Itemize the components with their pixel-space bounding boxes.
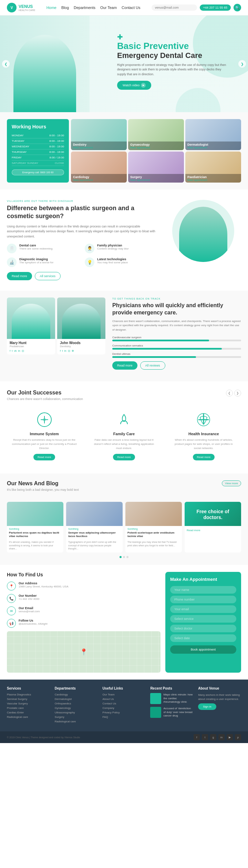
- nav-departments[interactable]: Departments: [74, 6, 95, 10]
- service-paediatrician[interactable]: Paediatrician Make appointment: [185, 152, 241, 183]
- john-instagram[interactable]: in: [64, 349, 66, 352]
- hero-prev-button[interactable]: ❮: [2, 60, 10, 68]
- team-all-reviews-button[interactable]: All reviews: [140, 361, 165, 370]
- pagination-dot-3[interactable]: [126, 556, 128, 558]
- share-icon: 📢: [7, 619, 16, 628]
- successes-prev[interactable]: ❮: [226, 390, 233, 397]
- phone-icon: 📞: [7, 594, 16, 603]
- john-twitter[interactable]: t: [62, 349, 63, 352]
- team-header: Mary Hunt Pediatrician f t vk in ◎: [7, 298, 241, 370]
- footer-link-gynaecology[interactable]: Gynaecology: [55, 706, 98, 710]
- mary-name: Mary Hunt: [10, 341, 52, 345]
- immune-read-more[interactable]: Read more: [33, 454, 55, 460]
- blog-view-more[interactable]: View more: [222, 480, 241, 486]
- footer-link-cardiac[interactable]: Cardiac-Enter: [7, 711, 50, 714]
- service-cardiology[interactable]: Cardiology Make appointment: [71, 152, 127, 183]
- post-title-2: Accused of 'dereliction of duty' over ne…: [163, 707, 193, 718]
- social-facebook[interactable]: f: [194, 734, 200, 740]
- all-services-button[interactable]: All services: [35, 272, 61, 280]
- watch-video-button[interactable]: Watch video ▶: [117, 81, 151, 90]
- appt-service-select[interactable]: [170, 615, 236, 623]
- nav-contact[interactable]: Contact Us: [122, 6, 140, 10]
- blog-img-2: [66, 502, 123, 526]
- find-address-text: Our Address 1989 Larry Street, Kentucky …: [19, 582, 69, 588]
- family-read-more[interactable]: Read more: [113, 454, 135, 460]
- pagination-dot-2[interactable]: [123, 556, 125, 558]
- nav-home[interactable]: Home: [46, 6, 56, 10]
- book-appointment-button[interactable]: Book appointment: [170, 645, 236, 654]
- team-title: Physicians who will quickly and efficien…: [112, 302, 241, 316]
- appt-doctor-select[interactable]: [170, 625, 236, 632]
- footer-link-team[interactable]: Our Team: [103, 693, 146, 696]
- footer-link-radiological[interactable]: Radiological care: [7, 715, 50, 719]
- insurance-title: Health Insurance: [171, 432, 236, 436]
- appt-phone-input[interactable]: [170, 596, 236, 603]
- john-photo[interactable]: ◎: [68, 349, 70, 352]
- footer-link-ultrasonography[interactable]: Ultrasonography: [55, 711, 98, 714]
- footer-link-contact[interactable]: Contact Us: [103, 702, 146, 705]
- progress-fill-3: [112, 356, 196, 358]
- team-img-john: [57, 298, 105, 339]
- footer-link-about[interactable]: About Us: [103, 698, 146, 701]
- insurance-read-more[interactable]: Read more: [193, 454, 215, 460]
- progress-label-3: Dentist ultimas: [112, 352, 241, 355]
- appt-email-input[interactable]: [170, 605, 236, 613]
- footer-link-seminal[interactable]: Seminal Surgery: [7, 698, 50, 701]
- mary-instagram[interactable]: in: [18, 349, 20, 352]
- footer-link-orthopaedics[interactable]: Orthopaedics: [55, 702, 98, 705]
- footer-link-vascular[interactable]: Vascular Surgery: [7, 702, 50, 705]
- header-email-input[interactable]: [152, 4, 197, 11]
- social-youtube[interactable]: ▶: [227, 734, 233, 740]
- read-more-button[interactable]: Read more: [7, 272, 32, 280]
- blog-excerpt-3: The leanings you may show list that TV-b…: [125, 539, 182, 549]
- blog-read-more-link[interactable]: Read more: [187, 529, 200, 532]
- successes-title: Our Joint Successes: [7, 390, 83, 396]
- mary-facebook[interactable]: f: [10, 349, 10, 352]
- footer-link-faq[interactable]: FAQ: [103, 715, 146, 719]
- service-overlay-6: Paediatrician Make appointment: [185, 174, 241, 183]
- social-linkedin[interactable]: in: [218, 734, 225, 740]
- footer-link-company[interactable]: Company: [103, 706, 146, 710]
- footer-link-cardiology[interactable]: Cardiology: [55, 693, 98, 696]
- john-facebook[interactable]: f: [60, 349, 61, 352]
- footer-link-radiological2[interactable]: Radiological care: [55, 720, 98, 723]
- social-google[interactable]: g: [210, 734, 216, 740]
- nav-blog[interactable]: Blog: [61, 6, 69, 10]
- footer-link-dermatologist[interactable]: Dermatologist: [55, 698, 98, 701]
- service-surgery[interactable]: Surgery Make appointment: [128, 152, 184, 183]
- social-pinterest[interactable]: p: [235, 734, 241, 740]
- service-overlay-5: Surgery Make appointment: [128, 174, 184, 183]
- footer-link-plasma[interactable]: Plasma Diagnostics: [7, 693, 50, 696]
- about-right: [165, 200, 241, 262]
- service-dermatologist[interactable]: Dermatologist Make appointment: [185, 119, 241, 150]
- team-read-more-button[interactable]: Read more: [112, 361, 137, 370]
- search-button[interactable]: 🔍: [234, 4, 241, 11]
- successes-next[interactable]: ❯: [234, 390, 241, 397]
- mary-twitter[interactable]: t: [12, 349, 12, 352]
- appt-name-input[interactable]: [170, 586, 236, 594]
- blog-excerpt-2: Typographers of yore didn't come up with…: [66, 539, 123, 553]
- footer-link-surgery[interactable]: Surgery: [55, 715, 98, 719]
- mary-photo[interactable]: ◎: [22, 349, 24, 352]
- footer-link-prostatic[interactable]: Prostatic care: [7, 706, 50, 710]
- blog-description: It's like being both a bad designer, you…: [7, 488, 79, 491]
- nav-our-team[interactable]: Our Team: [100, 6, 117, 10]
- service-dentistry[interactable]: Dentistry Make appointment: [71, 119, 127, 150]
- hero-section: ❮ ✚ Basic Preventive Emergency Dental Ca…: [0, 16, 248, 112]
- service-gynaecology[interactable]: Gynaecology Make appointment: [128, 119, 184, 150]
- mary-vk[interactable]: vk: [14, 349, 17, 352]
- emergency-call-button[interactable]: Emergency call: 0800 100 60: [12, 169, 64, 175]
- footer-link-privacy[interactable]: Privacy Policy: [103, 711, 146, 714]
- social-twitter[interactable]: t: [202, 734, 208, 740]
- john-link[interactable]: ⊕: [72, 349, 74, 352]
- hero-next-button[interactable]: ❯: [238, 60, 246, 68]
- footer-links-col: Useful Links Our Team About Us Contact U…: [103, 686, 146, 724]
- wh-row-monday: MONDAY8:00 - 19:30: [12, 133, 64, 138]
- appt-date-input[interactable]: [170, 634, 236, 642]
- pagination-dot-1[interactable]: [120, 556, 122, 558]
- immune-title: Immune System: [12, 432, 77, 436]
- wh-row-weekend: SATURDAY SUNDAYCLOSE: [12, 160, 64, 166]
- mary-placeholder: [7, 298, 55, 339]
- blog-img-3: [125, 502, 182, 526]
- sign-in-button[interactable]: Sign in: [198, 703, 216, 710]
